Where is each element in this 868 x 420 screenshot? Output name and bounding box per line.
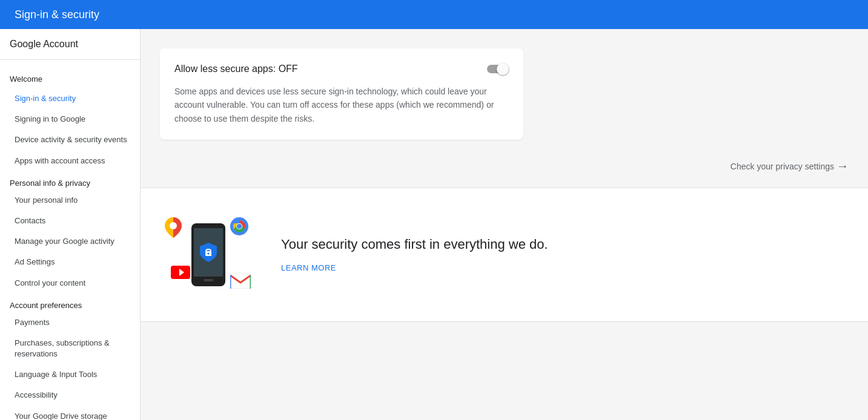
divider [0,59,140,60]
personal-section-title: Personal info & privacy [0,171,140,190]
toggle-thumb [497,63,509,75]
app-title: Google Account [0,29,140,54]
less-secure-apps-card: Allow less secure apps: OFF Some apps an… [160,48,523,140]
security-illustration [160,212,257,297]
sidebar-item-google-activity[interactable]: Manage your Google activity [0,231,140,252]
svg-point-1 [170,222,177,229]
account-section-title: Account preferences [0,294,140,312]
youtube-icon [171,266,190,279]
less-secure-toggle[interactable] [487,63,509,75]
privacy-link-label: Check your privacy settings [731,162,834,171]
sidebar-item-signing-in[interactable]: Signing in to Google [0,109,140,130]
svg-point-5 [237,224,242,229]
chrome-icon [230,217,248,238]
sidebar-item-contacts[interactable]: Contacts [0,211,140,231]
main-content: Allow less secure apps: OFF Some apps an… [141,29,868,420]
privacy-link-row: Check your privacy settings → [160,154,849,188]
card-description: Some apps and devices use less secure si… [174,85,509,125]
phone-home-button [204,279,213,281]
sidebar-item-signin-security[interactable]: Sign-in & security [0,88,140,109]
svg-rect-6 [230,273,251,289]
sidebar-item-ad-settings[interactable]: Ad Settings [0,252,140,272]
sidebar-item-apps-access[interactable]: Apps with account access [0,151,140,171]
learn-more-link[interactable]: LEARN MORE [281,263,336,272]
phone-screen [194,228,223,277]
shield-lock-icon [199,241,218,263]
security-heading: Your security comes first in everything … [281,237,548,252]
svg-marker-0 [179,269,184,276]
arrow-right-icon: → [837,159,849,173]
sidebar-item-purchases[interactable]: Purchases, subscriptions & reservations [0,333,140,364]
sidebar-welcome: Welcome [0,65,140,88]
sidebar-item-accessibility[interactable]: Accessibility [0,385,140,405]
toggle-label: Allow less secure apps: OFF [174,64,298,74]
sidebar: Google Account Welcome Sign-in & securit… [0,29,141,420]
privacy-settings-link[interactable]: Check your privacy settings → [731,159,849,173]
page-header: Sign-in & security [0,0,868,29]
header-title: Sign-in & security [15,8,99,21]
toggle-row: Allow less secure apps: OFF [174,63,509,75]
sidebar-item-device-activity[interactable]: Device activity & security events [0,130,140,150]
security-promo-section: Your security comes first in everything … [141,188,868,322]
gmail-icon [230,273,251,291]
phone-body [191,223,225,286]
sidebar-item-drive-storage[interactable]: Your Google Drive storage [0,406,140,420]
svg-point-8 [208,253,210,255]
sidebar-item-control-content[interactable]: Control your content [0,273,140,294]
sidebar-item-language[interactable]: Language & Input Tools [0,364,140,385]
sidebar-item-personal-info[interactable]: Your personal info [0,190,140,211]
maps-icon [165,217,182,240]
sidebar-item-payments[interactable]: Payments [0,312,140,333]
security-promo-text: Your security comes first in everything … [281,237,548,273]
